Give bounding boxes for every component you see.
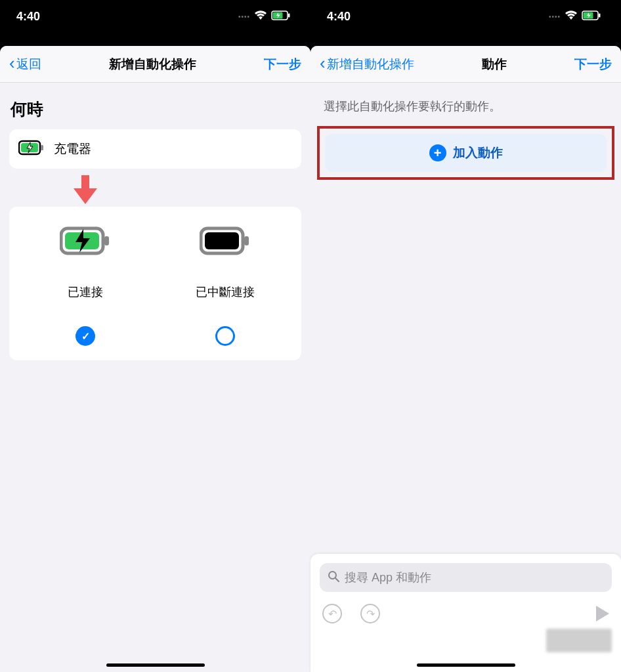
cell-dots-icon: ••••: [549, 13, 561, 20]
modal-sheet: ‹ 返回 新增自動化操作 下一步 何時 充電器 已連接 ✓: [0, 46, 310, 672]
modal-sheet: ‹ 新增自動化操作 動作 下一步 選擇此自動化操作要執行的動作。 + 加入動作 …: [310, 46, 621, 672]
undo-button[interactable]: ↶: [322, 604, 342, 623]
svg-rect-13: [599, 13, 601, 17]
run-button[interactable]: [596, 606, 609, 621]
status-bar: 4:40 ••••: [310, 0, 621, 33]
annotation-highlight: + 加入動作: [317, 126, 614, 180]
battery-connected-icon: [60, 226, 111, 258]
checkmark-icon: ✓: [81, 330, 90, 343]
back-label: 新增自動化操作: [327, 56, 414, 73]
home-indicator[interactable]: [106, 663, 205, 667]
option-connected[interactable]: 已連接 ✓: [16, 226, 156, 346]
next-button[interactable]: 下一步: [264, 56, 301, 73]
option-connected-label: 已連接: [68, 284, 103, 300]
chevron-left-icon: ‹: [320, 54, 326, 72]
back-label: 返回: [16, 56, 41, 73]
search-icon: [328, 570, 339, 585]
cell-dots-icon: ••••: [238, 13, 250, 20]
add-action-button[interactable]: + 加入動作: [325, 134, 607, 172]
help-text: 選擇此自動化操作要執行的動作。: [310, 83, 621, 126]
radio-connected[interactable]: ✓: [75, 326, 95, 346]
battery-disconnected-icon: [200, 226, 251, 258]
add-action-label: 加入動作: [453, 144, 503, 161]
svg-line-16: [335, 578, 339, 581]
charger-label: 充電器: [54, 140, 91, 158]
toolbar: ↶ ↷: [320, 592, 612, 623]
svg-rect-10: [244, 236, 249, 245]
wifi-icon: [565, 10, 578, 24]
phone-left: 4:40 •••• ‹ 返回 新增自動化操作 下一步 何時 充電器: [0, 0, 310, 672]
svg-rect-4: [41, 145, 43, 150]
back-button[interactable]: ‹ 新增自動化操作: [320, 56, 414, 73]
battery-charging-icon: [271, 10, 291, 24]
annotation-arrow-icon: [72, 175, 98, 204]
back-button[interactable]: ‹ 返回: [9, 56, 41, 73]
nav-bar: ‹ 返回 新增自動化操作 下一步: [0, 46, 310, 83]
status-bar: 4:40 ••••: [0, 0, 310, 33]
phone-right: 4:40 •••• ‹ 新增自動化操作 動作 下一步 選擇此自動化操作要執行的動…: [310, 0, 621, 672]
chevron-left-icon: ‹: [9, 54, 15, 72]
svg-rect-7: [104, 236, 109, 245]
battery-bolt-icon: [18, 140, 45, 158]
nav-bar: ‹ 新增自動化操作 動作 下一步: [310, 46, 621, 83]
search-input[interactable]: 搜尋 App 和動作: [320, 563, 612, 592]
bottom-panel: 搜尋 App 和動作 ↶ ↷: [310, 554, 621, 672]
home-indicator[interactable]: [417, 663, 515, 667]
battery-charging-icon: [582, 10, 601, 24]
svg-rect-11: [205, 232, 239, 249]
status-time: 4:40: [327, 10, 351, 24]
section-header-when: 何時: [0, 83, 310, 129]
wifi-icon: [254, 10, 267, 24]
option-disconnected[interactable]: 已中斷連接: [156, 226, 295, 346]
redo-button[interactable]: ↷: [360, 604, 380, 623]
plus-icon: +: [429, 144, 446, 161]
blurred-region: [546, 629, 612, 652]
next-button[interactable]: 下一步: [574, 56, 612, 73]
nav-title: 新增自動化操作: [109, 56, 196, 73]
svg-rect-1: [288, 13, 290, 17]
options-card: 已連接 ✓ 已中斷連接: [9, 207, 301, 360]
status-time: 4:40: [16, 10, 40, 24]
nav-title: 動作: [482, 56, 507, 73]
search-placeholder: 搜尋 App 和動作: [345, 570, 431, 585]
charger-row[interactable]: 充電器: [9, 129, 301, 169]
option-disconnected-label: 已中斷連接: [196, 284, 255, 300]
radio-disconnected[interactable]: [215, 326, 235, 346]
